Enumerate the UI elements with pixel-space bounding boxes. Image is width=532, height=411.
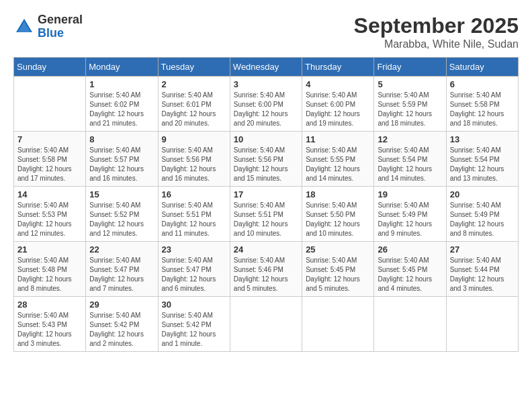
day-info: Sunrise: 5:40 AM Sunset: 5:57 PM Dayligh… xyxy=(89,146,154,183)
day-info: Sunrise: 5:40 AM Sunset: 5:59 PM Dayligh… xyxy=(378,91,442,128)
week-row-5: 28Sunrise: 5:40 AM Sunset: 5:43 PM Dayli… xyxy=(14,297,519,352)
title-block: September 2025 Marabba, White Nile, Suda… xyxy=(354,13,519,50)
day-cell: 6Sunrise: 5:40 AM Sunset: 5:58 PM Daylig… xyxy=(446,77,518,132)
day-info: Sunrise: 5:40 AM Sunset: 5:45 PM Dayligh… xyxy=(378,256,442,293)
day-info: Sunrise: 5:40 AM Sunset: 5:53 PM Dayligh… xyxy=(17,201,82,238)
logo: General Blue xyxy=(13,13,83,40)
day-info: Sunrise: 5:40 AM Sunset: 5:56 PM Dayligh… xyxy=(234,146,298,183)
day-cell: 20Sunrise: 5:40 AM Sunset: 5:49 PM Dayli… xyxy=(446,187,518,242)
day-info: Sunrise: 5:40 AM Sunset: 6:00 PM Dayligh… xyxy=(234,91,298,128)
page-header: General Blue September 2025 Marabba, Whi… xyxy=(13,13,519,50)
day-number: 13 xyxy=(450,134,515,144)
day-number: 20 xyxy=(450,189,515,199)
day-number: 5 xyxy=(378,79,442,89)
day-cell: 10Sunrise: 5:40 AM Sunset: 5:56 PM Dayli… xyxy=(230,132,302,187)
day-number: 8 xyxy=(89,134,154,144)
day-number: 10 xyxy=(234,134,298,144)
day-cell xyxy=(302,297,374,352)
day-info: Sunrise: 5:40 AM Sunset: 5:51 PM Dayligh… xyxy=(162,201,226,238)
day-number: 24 xyxy=(234,244,298,255)
day-number: 4 xyxy=(306,79,370,89)
week-row-4: 21Sunrise: 5:40 AM Sunset: 5:48 PM Dayli… xyxy=(14,242,519,297)
day-cell: 7Sunrise: 5:40 AM Sunset: 5:58 PM Daylig… xyxy=(14,132,86,187)
logo-general: General xyxy=(38,13,83,27)
day-cell: 2Sunrise: 5:40 AM Sunset: 6:01 PM Daylig… xyxy=(158,77,230,132)
day-info: Sunrise: 5:40 AM Sunset: 5:54 PM Dayligh… xyxy=(450,146,515,183)
day-info: Sunrise: 5:40 AM Sunset: 5:49 PM Dayligh… xyxy=(450,201,515,238)
day-cell: 22Sunrise: 5:40 AM Sunset: 5:47 PM Dayli… xyxy=(86,242,158,297)
location-subtitle: Marabba, White Nile, Sudan xyxy=(354,38,519,50)
day-cell: 19Sunrise: 5:40 AM Sunset: 5:49 PM Dayli… xyxy=(374,187,446,242)
calendar-table: SundayMondayTuesdayWednesdayThursdayFrid… xyxy=(13,57,519,352)
day-cell: 5Sunrise: 5:40 AM Sunset: 5:59 PM Daylig… xyxy=(374,77,446,132)
day-number: 15 xyxy=(89,189,154,199)
month-title: September 2025 xyxy=(354,13,519,38)
day-number: 11 xyxy=(306,134,370,144)
day-cell: 29Sunrise: 5:40 AM Sunset: 5:42 PM Dayli… xyxy=(86,297,158,352)
day-number: 26 xyxy=(378,244,442,255)
day-cell: 28Sunrise: 5:40 AM Sunset: 5:43 PM Dayli… xyxy=(14,297,86,352)
day-number: 2 xyxy=(162,79,226,89)
day-number: 7 xyxy=(17,134,82,144)
day-number: 19 xyxy=(378,189,442,199)
header-saturday: Saturday xyxy=(446,58,518,77)
day-info: Sunrise: 5:40 AM Sunset: 5:49 PM Dayligh… xyxy=(378,201,442,238)
day-number: 14 xyxy=(17,189,82,199)
day-info: Sunrise: 5:40 AM Sunset: 5:43 PM Dayligh… xyxy=(17,311,82,349)
day-cell: 16Sunrise: 5:40 AM Sunset: 5:51 PM Dayli… xyxy=(158,187,230,242)
day-number: 9 xyxy=(162,134,226,144)
day-cell: 23Sunrise: 5:40 AM Sunset: 5:47 PM Dayli… xyxy=(158,242,230,297)
day-info: Sunrise: 5:40 AM Sunset: 5:44 PM Dayligh… xyxy=(450,256,515,293)
day-info: Sunrise: 5:40 AM Sunset: 5:46 PM Dayligh… xyxy=(234,256,298,293)
day-info: Sunrise: 5:40 AM Sunset: 5:45 PM Dayligh… xyxy=(306,256,370,293)
logo-icon xyxy=(13,16,35,38)
header-thursday: Thursday xyxy=(302,58,374,77)
day-number: 12 xyxy=(378,134,442,144)
day-info: Sunrise: 5:40 AM Sunset: 5:54 PM Dayligh… xyxy=(378,146,442,183)
day-number: 29 xyxy=(89,300,154,310)
day-cell: 9Sunrise: 5:40 AM Sunset: 5:56 PM Daylig… xyxy=(158,132,230,187)
day-number: 27 xyxy=(450,244,515,255)
header-tuesday: Tuesday xyxy=(158,58,230,77)
week-row-3: 14Sunrise: 5:40 AM Sunset: 5:53 PM Dayli… xyxy=(14,187,519,242)
header-friday: Friday xyxy=(374,58,446,77)
day-cell xyxy=(446,297,518,352)
day-cell xyxy=(374,297,446,352)
day-number: 28 xyxy=(17,300,82,310)
day-cell: 4Sunrise: 5:40 AM Sunset: 6:00 PM Daylig… xyxy=(302,77,374,132)
day-cell: 12Sunrise: 5:40 AM Sunset: 5:54 PM Dayli… xyxy=(374,132,446,187)
day-cell: 8Sunrise: 5:40 AM Sunset: 5:57 PM Daylig… xyxy=(86,132,158,187)
day-info: Sunrise: 5:40 AM Sunset: 5:42 PM Dayligh… xyxy=(89,311,154,349)
day-number: 6 xyxy=(450,79,515,89)
logo-blue-text: Blue xyxy=(38,27,83,40)
day-cell: 13Sunrise: 5:40 AM Sunset: 5:54 PM Dayli… xyxy=(446,132,518,187)
day-info: Sunrise: 5:40 AM Sunset: 6:01 PM Dayligh… xyxy=(162,91,226,128)
day-number: 23 xyxy=(162,244,226,255)
header-wednesday: Wednesday xyxy=(230,58,302,77)
day-number: 3 xyxy=(234,79,298,89)
day-info: Sunrise: 5:40 AM Sunset: 5:58 PM Dayligh… xyxy=(17,146,82,183)
day-cell: 15Sunrise: 5:40 AM Sunset: 5:52 PM Dayli… xyxy=(86,187,158,242)
header-row: SundayMondayTuesdayWednesdayThursdayFrid… xyxy=(14,58,519,77)
day-number: 17 xyxy=(234,189,298,199)
day-cell: 27Sunrise: 5:40 AM Sunset: 5:44 PM Dayli… xyxy=(446,242,518,297)
day-cell: 14Sunrise: 5:40 AM Sunset: 5:53 PM Dayli… xyxy=(14,187,86,242)
day-info: Sunrise: 5:40 AM Sunset: 5:58 PM Dayligh… xyxy=(450,91,515,128)
day-info: Sunrise: 5:40 AM Sunset: 5:52 PM Dayligh… xyxy=(89,201,154,238)
day-cell: 24Sunrise: 5:40 AM Sunset: 5:46 PM Dayli… xyxy=(230,242,302,297)
day-info: Sunrise: 5:40 AM Sunset: 5:55 PM Dayligh… xyxy=(306,146,370,183)
day-cell: 25Sunrise: 5:40 AM Sunset: 5:45 PM Dayli… xyxy=(302,242,374,297)
day-cell: 17Sunrise: 5:40 AM Sunset: 5:51 PM Dayli… xyxy=(230,187,302,242)
header-sunday: Sunday xyxy=(14,58,86,77)
header-monday: Monday xyxy=(86,58,158,77)
day-number: 18 xyxy=(306,189,370,199)
day-cell xyxy=(230,297,302,352)
day-cell: 30Sunrise: 5:40 AM Sunset: 5:42 PM Dayli… xyxy=(158,297,230,352)
day-info: Sunrise: 5:40 AM Sunset: 5:47 PM Dayligh… xyxy=(89,256,154,293)
day-cell: 11Sunrise: 5:40 AM Sunset: 5:55 PM Dayli… xyxy=(302,132,374,187)
day-info: Sunrise: 5:40 AM Sunset: 6:00 PM Dayligh… xyxy=(306,91,370,128)
logo-text: General Blue xyxy=(38,13,83,40)
day-cell: 3Sunrise: 5:40 AM Sunset: 6:00 PM Daylig… xyxy=(230,77,302,132)
day-cell: 21Sunrise: 5:40 AM Sunset: 5:48 PM Dayli… xyxy=(14,242,86,297)
day-info: Sunrise: 5:40 AM Sunset: 5:47 PM Dayligh… xyxy=(162,256,226,293)
